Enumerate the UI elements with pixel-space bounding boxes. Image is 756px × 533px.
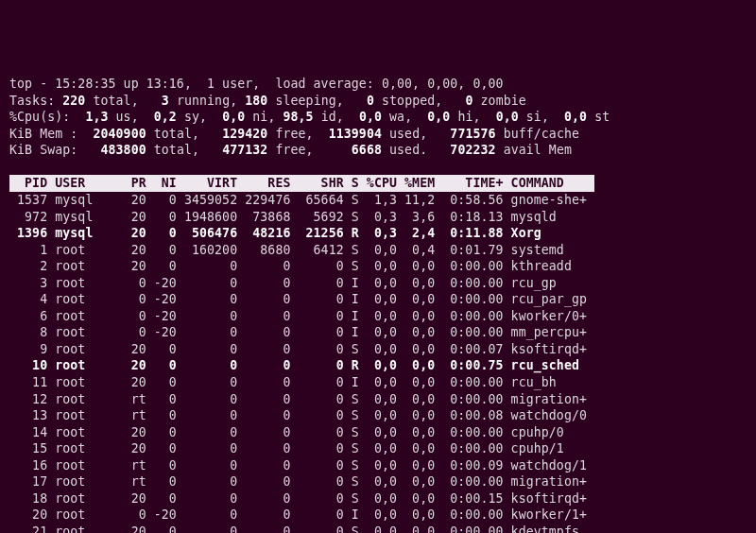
process-row[interactable]: 4 root 0 -20 0 0 0 I 0,0 0,0 0:00.00 rcu… (9, 291, 747, 308)
summary-line-cpu: %Cpu(s): 1,3 us, 0,2 sy, 0,0 ni, 98,5 id… (9, 109, 747, 126)
process-row[interactable]: 1396 mysql 20 0 506476 48216 21256 R 0,3… (9, 225, 747, 242)
process-row[interactable]: 21 root 20 0 0 0 0 S 0,0 0,0 0:00.00 kde… (9, 524, 747, 533)
summary-line-tasks: Tasks: 220 total, 3 running, 180 sleepin… (9, 93, 747, 110)
process-row[interactable]: 16 root rt 0 0 0 0 S 0,0 0,0 0:00.09 wat… (9, 457, 747, 474)
process-row[interactable]: 12 root rt 0 0 0 0 S 0,0 0,0 0:00.00 mig… (9, 391, 747, 408)
summary-line-mem: KiB Mem : 2040900 total, 129420 free, 11… (9, 126, 747, 143)
summary-line-uptime: top - 15:28:35 up 13:16, 1 user, load av… (9, 76, 747, 93)
process-row[interactable]: 6 root 0 -20 0 0 0 I 0,0 0,0 0:00.00 kwo… (9, 308, 747, 325)
process-row[interactable]: 2 root 20 0 0 0 0 S 0,0 0,0 0:00.00 kthr… (9, 258, 747, 275)
process-row[interactable]: 17 root rt 0 0 0 0 S 0,0 0,0 0:00.00 mig… (9, 473, 747, 490)
process-row[interactable]: 14 root 20 0 0 0 0 S 0,0 0,0 0:00.00 cpu… (9, 424, 747, 441)
process-row[interactable]: 10 root 20 0 0 0 0 R 0,0 0,0 0:00.75 rcu… (9, 357, 747, 374)
process-row[interactable]: 13 root rt 0 0 0 0 S 0,0 0,0 0:00.08 wat… (9, 407, 747, 424)
process-row[interactable]: 972 mysql 20 0 1948600 73868 5692 S 0,3 … (9, 209, 747, 226)
summary-line-swap: KiB Swap: 483800 total, 477132 free, 666… (9, 142, 747, 159)
process-row[interactable]: 1 root 20 0 160200 8680 6412 S 0,0 0,4 0… (9, 242, 747, 259)
blank-line (9, 159, 747, 176)
process-row[interactable]: 8 root 0 -20 0 0 0 I 0,0 0,0 0:00.00 mm_… (9, 324, 747, 341)
process-row[interactable]: 15 root 20 0 0 0 0 S 0,0 0,0 0:00.00 cpu… (9, 440, 747, 457)
column-header: PID USER PR NI VIRT RES SHR S %CPU %MEM … (9, 175, 747, 192)
process-row[interactable]: 1537 mysql 20 0 3459052 229476 65664 S 1… (9, 192, 747, 209)
process-row[interactable]: 20 root 0 -20 0 0 0 I 0,0 0,0 0:00.00 kw… (9, 507, 747, 524)
process-row[interactable]: 18 root 20 0 0 0 0 S 0,0 0,0 0:00.15 kso… (9, 490, 747, 507)
process-row[interactable]: 9 root 20 0 0 0 0 S 0,0 0,0 0:00.07 ksof… (9, 341, 747, 358)
process-row[interactable]: 3 root 0 -20 0 0 0 I 0,0 0,0 0:00.00 rcu… (9, 275, 747, 292)
process-row[interactable]: 11 root 20 0 0 0 0 I 0,0 0,0 0:00.00 rcu… (9, 374, 747, 391)
top-terminal[interactable]: top - 15:28:35 up 13:16, 1 user, load av… (9, 76, 747, 533)
